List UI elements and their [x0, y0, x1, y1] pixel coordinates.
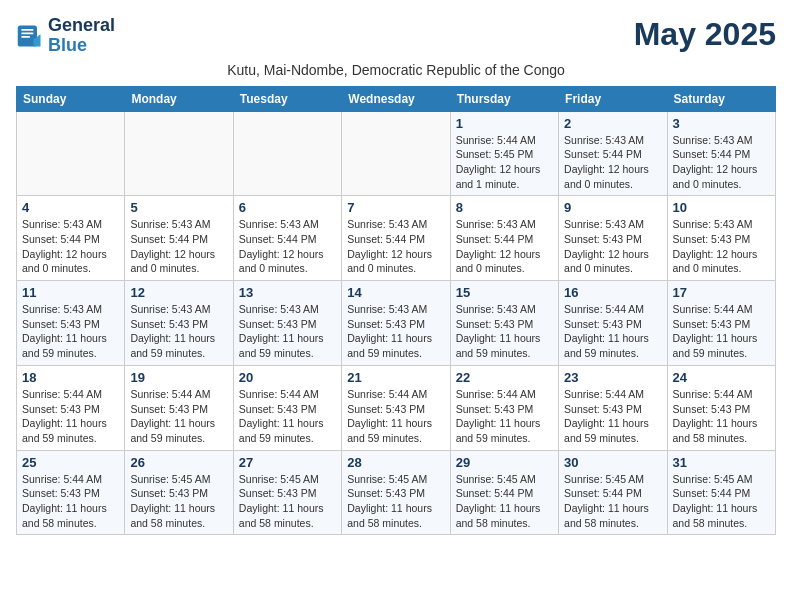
day-number: 2: [564, 116, 661, 131]
day-info: Sunrise: 5:43 AM Sunset: 5:44 PM Dayligh…: [564, 133, 661, 192]
day-info: Sunrise: 5:44 AM Sunset: 5:43 PM Dayligh…: [22, 472, 119, 531]
calendar-cell: 11Sunrise: 5:43 AM Sunset: 5:43 PM Dayli…: [17, 281, 125, 366]
calendar-cell: 13Sunrise: 5:43 AM Sunset: 5:43 PM Dayli…: [233, 281, 341, 366]
day-number: 30: [564, 455, 661, 470]
calendar-cell: 2Sunrise: 5:43 AM Sunset: 5:44 PM Daylig…: [559, 111, 667, 196]
calendar-cell: 20Sunrise: 5:44 AM Sunset: 5:43 PM Dayli…: [233, 365, 341, 450]
day-number: 3: [673, 116, 770, 131]
calendar-cell: [17, 111, 125, 196]
day-info: Sunrise: 5:44 AM Sunset: 5:43 PM Dayligh…: [239, 387, 336, 446]
calendar-cell: 21Sunrise: 5:44 AM Sunset: 5:43 PM Dayli…: [342, 365, 450, 450]
month-year-title: May 2025: [634, 16, 776, 53]
day-number: 15: [456, 285, 553, 300]
calendar-cell: 30Sunrise: 5:45 AM Sunset: 5:44 PM Dayli…: [559, 450, 667, 535]
day-number: 23: [564, 370, 661, 385]
calendar-week-5: 25Sunrise: 5:44 AM Sunset: 5:43 PM Dayli…: [17, 450, 776, 535]
day-info: Sunrise: 5:43 AM Sunset: 5:43 PM Dayligh…: [239, 302, 336, 361]
day-info: Sunrise: 5:43 AM Sunset: 5:43 PM Dayligh…: [130, 302, 227, 361]
calendar-cell: [233, 111, 341, 196]
day-number: 19: [130, 370, 227, 385]
weekday-header-tuesday: Tuesday: [233, 86, 341, 111]
calendar-cell: 14Sunrise: 5:43 AM Sunset: 5:43 PM Dayli…: [342, 281, 450, 366]
day-number: 9: [564, 200, 661, 215]
day-number: 24: [673, 370, 770, 385]
day-info: Sunrise: 5:44 AM Sunset: 5:43 PM Dayligh…: [673, 302, 770, 361]
weekday-header-thursday: Thursday: [450, 86, 558, 111]
day-info: Sunrise: 5:43 AM Sunset: 5:43 PM Dayligh…: [564, 217, 661, 276]
calendar-cell: 4Sunrise: 5:43 AM Sunset: 5:44 PM Daylig…: [17, 196, 125, 281]
calendar-cell: [342, 111, 450, 196]
day-number: 7: [347, 200, 444, 215]
day-info: Sunrise: 5:43 AM Sunset: 5:44 PM Dayligh…: [347, 217, 444, 276]
calendar-cell: 15Sunrise: 5:43 AM Sunset: 5:43 PM Dayli…: [450, 281, 558, 366]
calendar-cell: 1Sunrise: 5:44 AM Sunset: 5:45 PM Daylig…: [450, 111, 558, 196]
calendar-cell: 10Sunrise: 5:43 AM Sunset: 5:43 PM Dayli…: [667, 196, 775, 281]
day-number: 16: [564, 285, 661, 300]
calendar-week-2: 4Sunrise: 5:43 AM Sunset: 5:44 PM Daylig…: [17, 196, 776, 281]
day-number: 26: [130, 455, 227, 470]
day-info: Sunrise: 5:43 AM Sunset: 5:43 PM Dayligh…: [22, 302, 119, 361]
day-number: 25: [22, 455, 119, 470]
calendar-cell: 12Sunrise: 5:43 AM Sunset: 5:43 PM Dayli…: [125, 281, 233, 366]
calendar-week-4: 18Sunrise: 5:44 AM Sunset: 5:43 PM Dayli…: [17, 365, 776, 450]
logo-general: General: [48, 15, 115, 35]
day-info: Sunrise: 5:43 AM Sunset: 5:44 PM Dayligh…: [673, 133, 770, 192]
calendar-week-3: 11Sunrise: 5:43 AM Sunset: 5:43 PM Dayli…: [17, 281, 776, 366]
day-info: Sunrise: 5:44 AM Sunset: 5:43 PM Dayligh…: [130, 387, 227, 446]
calendar-cell: 22Sunrise: 5:44 AM Sunset: 5:43 PM Dayli…: [450, 365, 558, 450]
calendar-cell: 28Sunrise: 5:45 AM Sunset: 5:43 PM Dayli…: [342, 450, 450, 535]
calendar-cell: 24Sunrise: 5:44 AM Sunset: 5:43 PM Dayli…: [667, 365, 775, 450]
day-number: 31: [673, 455, 770, 470]
logo-icon: [16, 22, 44, 50]
day-info: Sunrise: 5:45 AM Sunset: 5:44 PM Dayligh…: [456, 472, 553, 531]
day-number: 10: [673, 200, 770, 215]
day-info: Sunrise: 5:44 AM Sunset: 5:43 PM Dayligh…: [564, 387, 661, 446]
day-number: 4: [22, 200, 119, 215]
calendar-week-1: 1Sunrise: 5:44 AM Sunset: 5:45 PM Daylig…: [17, 111, 776, 196]
day-info: Sunrise: 5:43 AM Sunset: 5:43 PM Dayligh…: [456, 302, 553, 361]
calendar-cell: 17Sunrise: 5:44 AM Sunset: 5:43 PM Dayli…: [667, 281, 775, 366]
calendar-cell: 6Sunrise: 5:43 AM Sunset: 5:44 PM Daylig…: [233, 196, 341, 281]
day-number: 20: [239, 370, 336, 385]
day-number: 14: [347, 285, 444, 300]
day-number: 6: [239, 200, 336, 215]
calendar-cell: 27Sunrise: 5:45 AM Sunset: 5:43 PM Dayli…: [233, 450, 341, 535]
weekday-header-monday: Monday: [125, 86, 233, 111]
day-info: Sunrise: 5:43 AM Sunset: 5:44 PM Dayligh…: [22, 217, 119, 276]
calendar-cell: 18Sunrise: 5:44 AM Sunset: 5:43 PM Dayli…: [17, 365, 125, 450]
day-info: Sunrise: 5:44 AM Sunset: 5:43 PM Dayligh…: [22, 387, 119, 446]
calendar-cell: 5Sunrise: 5:43 AM Sunset: 5:44 PM Daylig…: [125, 196, 233, 281]
calendar-cell: 25Sunrise: 5:44 AM Sunset: 5:43 PM Dayli…: [17, 450, 125, 535]
day-info: Sunrise: 5:43 AM Sunset: 5:44 PM Dayligh…: [130, 217, 227, 276]
calendar-cell: 3Sunrise: 5:43 AM Sunset: 5:44 PM Daylig…: [667, 111, 775, 196]
day-number: 18: [22, 370, 119, 385]
logo: General Blue: [16, 16, 115, 56]
day-number: 27: [239, 455, 336, 470]
day-info: Sunrise: 5:43 AM Sunset: 5:44 PM Dayligh…: [456, 217, 553, 276]
day-info: Sunrise: 5:44 AM Sunset: 5:43 PM Dayligh…: [456, 387, 553, 446]
day-info: Sunrise: 5:43 AM Sunset: 5:43 PM Dayligh…: [673, 217, 770, 276]
location-subtitle: Kutu, Mai-Ndombe, Democratic Republic of…: [16, 62, 776, 78]
day-info: Sunrise: 5:44 AM Sunset: 5:43 PM Dayligh…: [673, 387, 770, 446]
day-info: Sunrise: 5:43 AM Sunset: 5:44 PM Dayligh…: [239, 217, 336, 276]
day-number: 21: [347, 370, 444, 385]
logo-blue: Blue: [48, 35, 87, 55]
day-info: Sunrise: 5:43 AM Sunset: 5:43 PM Dayligh…: [347, 302, 444, 361]
weekday-header-wednesday: Wednesday: [342, 86, 450, 111]
day-number: 1: [456, 116, 553, 131]
calendar-table: SundayMondayTuesdayWednesdayThursdayFrid…: [16, 86, 776, 536]
weekday-header-row: SundayMondayTuesdayWednesdayThursdayFrid…: [17, 86, 776, 111]
day-info: Sunrise: 5:45 AM Sunset: 5:43 PM Dayligh…: [239, 472, 336, 531]
calendar-cell: 8Sunrise: 5:43 AM Sunset: 5:44 PM Daylig…: [450, 196, 558, 281]
calendar-cell: 9Sunrise: 5:43 AM Sunset: 5:43 PM Daylig…: [559, 196, 667, 281]
day-info: Sunrise: 5:45 AM Sunset: 5:44 PM Dayligh…: [673, 472, 770, 531]
day-info: Sunrise: 5:45 AM Sunset: 5:44 PM Dayligh…: [564, 472, 661, 531]
calendar-cell: 29Sunrise: 5:45 AM Sunset: 5:44 PM Dayli…: [450, 450, 558, 535]
calendar-cell: 23Sunrise: 5:44 AM Sunset: 5:43 PM Dayli…: [559, 365, 667, 450]
weekday-header-friday: Friday: [559, 86, 667, 111]
day-number: 28: [347, 455, 444, 470]
day-number: 22: [456, 370, 553, 385]
day-info: Sunrise: 5:44 AM Sunset: 5:43 PM Dayligh…: [347, 387, 444, 446]
day-info: Sunrise: 5:44 AM Sunset: 5:43 PM Dayligh…: [564, 302, 661, 361]
calendar-cell: 26Sunrise: 5:45 AM Sunset: 5:43 PM Dayli…: [125, 450, 233, 535]
